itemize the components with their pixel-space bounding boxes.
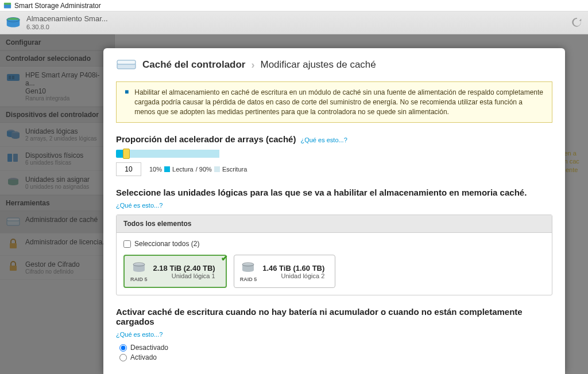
window-titlebar: Smart Storage Administrator [0,0,588,11]
crumb-controller-cache[interactable]: Caché del controlador [142,59,245,71]
logical-unit-card-1[interactable]: RAID 5 2.18 TiB (2.40 TB) Unidad lógica … [123,255,227,288]
lu-tab-all[interactable]: Todos los elementos [117,215,552,233]
svg-rect-1 [4,2,11,5]
disk-stack-icon [241,260,256,275]
accelerator-ratio-input[interactable] [116,162,141,176]
write-cache-radio-group: Desactivado Activado [119,344,552,361]
chevron-right-icon: › [251,59,254,71]
window-title: Smart Storage Administrator [14,2,101,10]
app-header: Almacenamiento Smar... 6.30.8.0 [0,11,588,34]
select-lu-heading: Seleccione las unidades lógicas para las… [116,188,552,209]
read-color-swatch [164,166,170,172]
refresh-icon[interactable] [572,17,582,28]
help-link-writecache[interactable]: ¿Qué es esto...? [116,331,163,338]
lu2-name: Unidad lógica 2 [262,272,324,279]
warning-text: Habilitar el almacenamiento en caché de … [134,88,544,116]
lu1-name: Unidad lógica 1 [153,272,215,279]
product-version: 6.30.8.0 [26,24,108,31]
radio-activado[interactable]: Activado [119,353,552,361]
breadcrumb: Caché del controlador › Modificar ajuste… [116,59,552,71]
controller-cache-icon [116,59,137,71]
lu1-raid: RAID 5 [130,276,148,282]
ratio-legend: 10% Lectura / 90% Escritura [149,166,247,173]
product-icon [5,14,22,32]
crumb-modify-cache: Modificar ajustes de caché [260,59,376,71]
slider-thumb[interactable] [123,149,130,159]
write-cache-heading: Activar caché de escritura cuando no hay… [116,307,552,338]
lu2-size: 1.46 TiB (1.60 TB) [262,264,324,272]
radio-desactivado[interactable]: Desactivado [119,344,552,352]
select-all-input[interactable] [123,240,131,248]
app-icon [3,2,11,10]
logical-units-container: Todos los elementos Seleccionar todos (2… [116,215,552,295]
select-all-checkbox[interactable]: Seleccionar todos (2) [123,240,545,248]
svg-rect-0 [4,4,11,8]
product-name: Almacenamiento Smar... [26,14,108,24]
warning-banner: ■ Habilitar el almacenamiento en caché d… [116,81,552,123]
logical-unit-card-2[interactable]: RAID 5 1.46 TiB (1.60 TB) Unidad lógica … [234,255,336,288]
lu1-size: 2.18 TiB (2.40 TB) [153,264,215,272]
modal-overlay: pueden a nto en cac ina fuente Caché del… [0,34,588,374]
lu2-raid: RAID 5 [240,276,257,282]
help-link-select-lu[interactable]: ¿Qué es esto...? [116,202,163,209]
write-color-swatch [214,166,220,172]
warning-bullet-icon: ■ [125,88,129,116]
help-link-accelerator[interactable]: ¿Qué es esto...? [300,137,347,143]
svg-rect-17 [117,60,136,64]
accelerator-ratio-slider[interactable] [116,150,219,158]
disk-stack-icon [131,260,146,275]
modal-panel: Caché del controlador › Modificar ajuste… [103,48,565,374]
accelerator-ratio-heading: Proporción del acelerador de arrays (cac… [116,134,552,144]
